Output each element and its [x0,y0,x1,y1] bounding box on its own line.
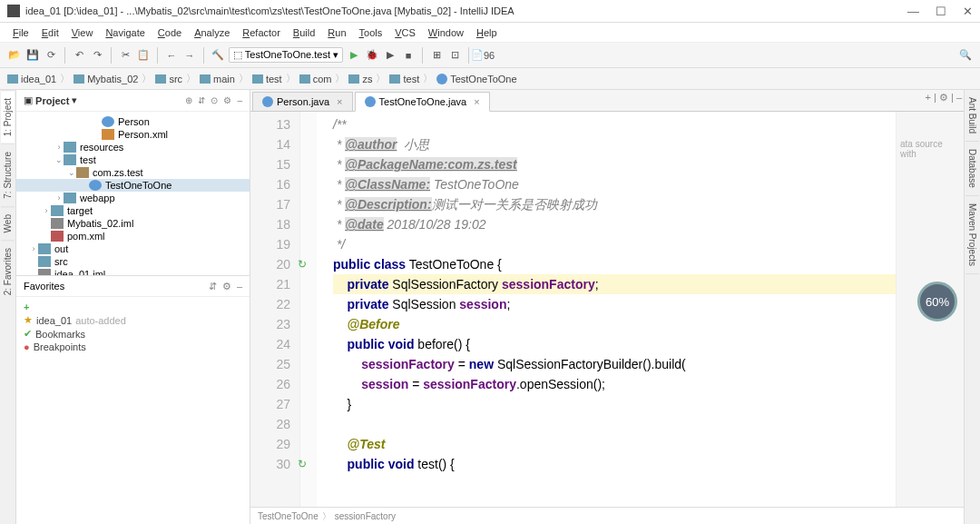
badge-count[interactable]: 📄 96 [475,48,490,63]
search-icon[interactable]: 🔍 [958,48,973,63]
project-tool-window: ▣ Project ▾ ⊕ ⇵ ⊙ ⚙ – PersonPerson.xml›r… [16,90,250,524]
copy-icon[interactable]: 📋 [136,48,151,63]
menu-navigate[interactable]: Navigate [100,25,150,40]
right-tab-1[interactable]: Database [965,142,979,196]
menu-build[interactable]: Build [288,25,320,40]
tree-node[interactable]: Mybatis_02.iml [16,217,250,230]
menu-file[interactable]: File [7,25,34,40]
save-icon[interactable]: 💾 [25,48,40,63]
bookmarks-item[interactable]: ✔Bookmarks [24,327,242,341]
menu-tools[interactable]: Tools [354,25,388,40]
structure-icon[interactable]: ⊞ [429,48,444,63]
code-editor[interactable]: 1314151617181920↻21222324252627282930↻ /… [250,112,964,507]
tree-node[interactable]: src [16,255,250,268]
fold-markers[interactable] [300,112,317,507]
menu-bar: FileEditViewNavigateCodeAnalyzeRefactorB… [0,23,980,43]
tree-node[interactable]: TestOneToOne [16,179,250,192]
menu-refactor[interactable]: Refactor [237,25,286,40]
tree-node[interactable]: idea_01.iml [16,268,250,275]
undo-icon[interactable]: ↶ [72,48,86,63]
left-tab-2[interactable]: Web [1,206,15,240]
fav-expand-icon[interactable]: ⇵ [209,281,217,292]
cut-icon[interactable]: ✂ [118,48,132,63]
progress-indicator: 60% [917,282,957,321]
editor-toolbar[interactable]: + | ⚙ | – [926,92,962,104]
tree-node[interactable]: pom.xml [16,230,250,242]
tree-node[interactable]: ›target [16,204,250,217]
back-icon[interactable]: ← [164,48,179,63]
breakpoints-item[interactable]: ●Breakpoints [24,341,242,353]
menu-window[interactable]: Window [423,25,469,40]
build-icon[interactable]: 🔨 [211,48,225,63]
project-tree[interactable]: PersonPerson.xml›resources⌄test⌄com.zs.t… [16,112,250,275]
favorites-title[interactable]: Favorites [24,281,64,292]
panel-icon: ▣ [24,94,33,106]
locate-icon[interactable]: ⊙ [211,95,218,105]
expand-icon[interactable]: ⇵ [198,95,205,105]
tree-node[interactable]: ⌄test [16,153,250,166]
menu-analyze[interactable]: Analyze [189,25,235,40]
hide-icon[interactable]: – [237,95,242,105]
title-bar: idea_01 [D:\idea_01] - ...\Mybatis_02\sr… [0,0,980,23]
crumb-idea_01[interactable]: idea_01 [7,74,56,84]
tree-node[interactable]: ›webapp [16,192,250,204]
navigation-bar: idea_01〉Mybatis_02〉src〉main〉test〉com〉zs〉… [0,68,980,90]
collapse-icon[interactable]: ⊕ [185,95,192,105]
menu-vcs[interactable]: VCS [389,25,421,40]
right-tool-strip: Ant BuildDatabaseMaven Projects [964,90,980,524]
main-toolbar: 📂 💾 ⟳ ↶ ↷ ✂ 📋 ← → 🔨 ⬚ TestOneToOne.test … [0,43,980,68]
forward-icon[interactable]: → [182,48,197,63]
menu-code[interactable]: Code [152,25,187,40]
menu-help[interactable]: Help [471,25,503,40]
debug-icon[interactable]: 🐞 [365,48,379,63]
close-button[interactable]: ✕ [963,5,973,18]
crumb-src[interactable]: src [155,74,182,84]
refresh-icon[interactable]: ⟳ [44,48,58,63]
run-icon[interactable]: ▶ [347,48,361,63]
editor-breadcrumb[interactable]: TestOneToOne〉sessionFactory [250,507,964,524]
redo-icon[interactable]: ↷ [90,48,104,63]
menu-edit[interactable]: Edit [36,25,64,40]
ide-icon[interactable]: ⊡ [447,48,462,63]
ebcrumb-item[interactable]: TestOneToOne [258,511,318,521]
ebcrumb-item[interactable]: sessionFactory [335,511,396,521]
add-favorite[interactable]: + [24,301,242,313]
open-icon[interactable]: 📂 [7,48,22,63]
crumb-test[interactable]: test [389,74,419,84]
maximize-button[interactable]: ☐ [936,5,946,18]
minimize-button[interactable]: — [907,5,919,18]
crumb-mybatis_02[interactable]: Mybatis_02 [74,74,138,84]
left-tab-1[interactable]: 7: Structure [1,143,15,206]
crumb-testonetoone[interactable]: TestOneToOne [436,74,516,84]
fav-gear-icon[interactable]: ⚙ [222,281,231,292]
run-config-selector[interactable]: ⬚ TestOneToOne.test ▾ [229,47,343,63]
tree-node[interactable]: ⌄com.zs.test [16,166,250,179]
fav-hide-icon[interactable]: – [237,281,242,292]
line-gutter[interactable]: 1314151617181920↻21222324252627282930↻ [250,112,300,507]
tree-node[interactable]: ›out [16,242,250,255]
tree-node[interactable]: ›resources [16,141,250,153]
left-tab-3[interactable]: 2: Favorites [1,240,15,302]
right-tab-2[interactable]: Maven Projects [965,196,979,274]
crumb-main[interactable]: main [200,74,235,84]
editor-tab[interactable]: Person.java× [252,92,353,111]
crumb-test[interactable]: test [252,74,282,84]
app-icon [7,5,20,17]
editor-tab[interactable]: TestOneToOne.java× [355,92,490,112]
favorite-project[interactable]: ★idea_01 auto-added [24,313,242,327]
project-panel-title[interactable]: Project [35,95,69,106]
crumb-com[interactable]: com [299,74,332,84]
dropdown-icon[interactable]: ▾ [69,94,77,106]
coverage-icon[interactable]: ▶ [383,48,397,63]
code-content[interactable]: /** * @author 小思 * @PackageName:com.zs.t… [317,112,896,507]
menu-run[interactable]: Run [322,25,351,40]
right-tab-0[interactable]: Ant Build [965,90,979,142]
left-tool-strip: 1: Project7: StructureWeb2: Favorites [0,90,16,524]
tree-node[interactable]: Person [16,115,250,128]
stop-icon[interactable]: ■ [401,48,416,63]
gear-icon[interactable]: ⚙ [223,95,231,105]
crumb-zs[interactable]: zs [348,74,372,84]
menu-view[interactable]: View [66,25,99,40]
left-tab-0[interactable]: 1: Project [1,90,15,143]
tree-node[interactable]: Person.xml [16,128,250,141]
